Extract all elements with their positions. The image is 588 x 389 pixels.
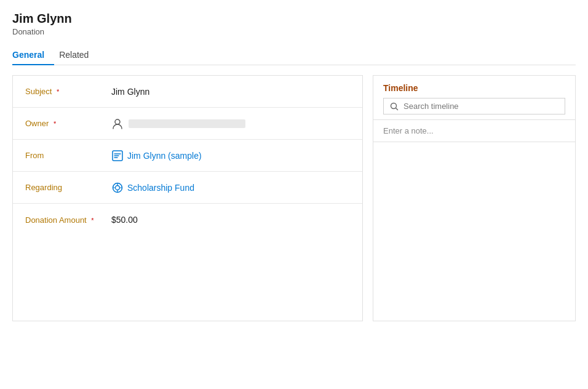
label-subject: Subject * bbox=[25, 87, 111, 96]
tab-related[interactable]: Related bbox=[59, 45, 98, 65]
value-subject[interactable]: Jim Glynn bbox=[111, 87, 350, 97]
timeline-search-box[interactable] bbox=[383, 98, 565, 114]
tabs-bar: General Related bbox=[12, 45, 576, 65]
owner-text-placeholder bbox=[129, 119, 245, 128]
owner-input-group bbox=[111, 118, 350, 130]
svg-point-0 bbox=[115, 119, 120, 124]
value-from[interactable]: Jim Glynn (sample) bbox=[111, 150, 350, 162]
timeline-header: Timeline bbox=[373, 76, 575, 120]
field-row-subject: Subject * Jim Glynn bbox=[13, 76, 362, 108]
campaign-icon bbox=[111, 182, 124, 194]
timeline-title: Timeline bbox=[383, 83, 565, 93]
svg-point-3 bbox=[116, 185, 120, 190]
required-asterisk-subject: * bbox=[57, 88, 59, 95]
label-regarding: Regarding bbox=[25, 183, 111, 192]
page-subtitle: Donation bbox=[12, 27, 576, 36]
main-content: Subject * Jim Glynn Owner * bbox=[12, 75, 576, 321]
person-icon bbox=[111, 118, 124, 130]
value-donation-amount[interactable]: $50.00 bbox=[111, 215, 350, 225]
label-owner: Owner * bbox=[25, 119, 111, 128]
required-asterisk-donation: * bbox=[91, 217, 93, 224]
field-row-regarding: Regarding Scholarship Fund bbox=[13, 172, 362, 204]
record-icon bbox=[111, 150, 124, 162]
tab-general[interactable]: General bbox=[12, 45, 54, 65]
field-row-owner: Owner * bbox=[13, 108, 362, 140]
value-owner[interactable] bbox=[111, 118, 350, 130]
field-row-donation-amount: Donation Amount * $50.00 bbox=[13, 204, 362, 236]
form-card: Subject * Jim Glynn Owner * bbox=[12, 75, 363, 321]
label-from: From bbox=[25, 151, 111, 160]
page-title: Jim Glynn bbox=[12, 11, 576, 26]
required-asterisk-owner: * bbox=[54, 120, 56, 127]
field-row-from: From Jim Glynn (sample) bbox=[13, 140, 362, 172]
search-icon bbox=[390, 102, 399, 111]
search-timeline-input[interactable] bbox=[403, 102, 558, 111]
label-donation-amount: Donation Amount * bbox=[25, 215, 111, 225]
value-regarding[interactable]: Scholarship Fund bbox=[111, 182, 350, 194]
page-container: Jim Glynn Donation General Related Subje… bbox=[0, 0, 588, 321]
timeline-panel: Timeline Enter a note... bbox=[373, 75, 576, 321]
timeline-note-input[interactable]: Enter a note... bbox=[373, 120, 575, 142]
